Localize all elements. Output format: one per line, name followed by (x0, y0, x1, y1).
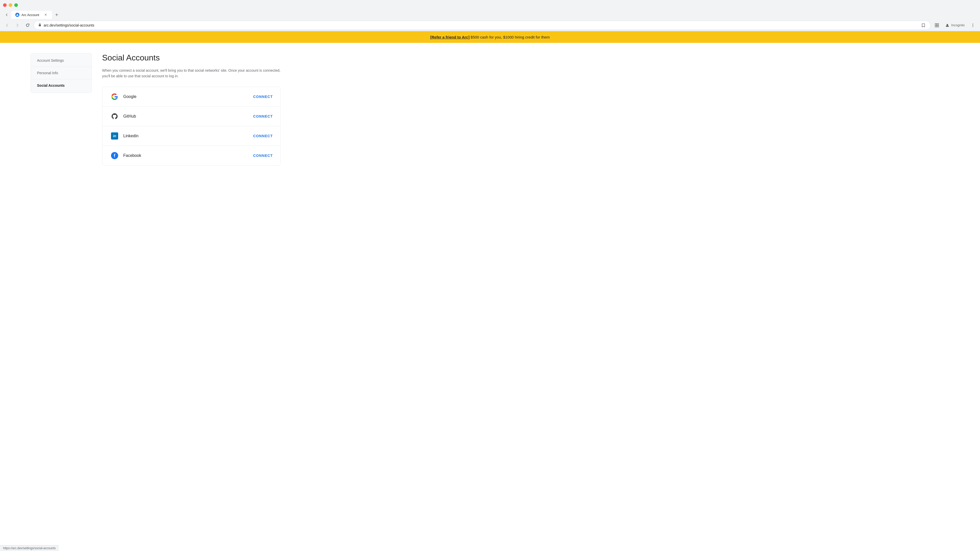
page-title: Social Accounts (102, 53, 281, 62)
github-name: GitHub (123, 114, 253, 119)
svg-rect-0 (39, 24, 41, 26)
facebook-icon (110, 151, 119, 160)
incognito-label: Incognito (951, 23, 965, 27)
tab-bar: Arc Account ✕ + (0, 10, 980, 19)
window-minimize-button[interactable] (9, 3, 12, 7)
toolbar-right: Incognito (933, 21, 977, 29)
window-maximize-button[interactable] (14, 3, 18, 7)
social-accounts-list: Google CONNECT GitHub CONNECT in Linkedi… (102, 87, 281, 165)
status-url: https://arc.dev/settings/social-accounts (3, 546, 56, 550)
tab-close-button[interactable]: ✕ (43, 13, 48, 17)
sidebar: Account Settings Personal Info Social Ac… (30, 53, 92, 551)
github-connect-button[interactable]: CONNECT (253, 112, 273, 121)
referral-banner: [Refer a friend to Arc] $500 cash for yo… (0, 32, 980, 43)
banner-text: $500 cash for you, $1000 hiring credit f… (469, 35, 550, 39)
new-tab-button[interactable]: + (53, 11, 60, 18)
linkedin-connect-button[interactable]: CONNECT (253, 132, 273, 140)
github-account-item: GitHub CONNECT (102, 106, 280, 126)
tab-nav-prev[interactable] (3, 11, 10, 18)
sidebar-nav: Account Settings Personal Info Social Ac… (30, 53, 92, 93)
facebook-account-item: Facebook CONNECT (102, 146, 280, 165)
tab-favicon (15, 13, 19, 17)
google-icon (110, 92, 119, 101)
sidebar-divider (31, 67, 92, 67)
svg-rect-4 (937, 25, 939, 27)
browser-chrome: Arc Account ✕ + (0, 0, 980, 32)
address-input[interactable] (44, 23, 918, 27)
toolbar: Incognito (0, 19, 980, 31)
address-bar-container[interactable] (34, 21, 931, 30)
facebook-icon-bg (111, 152, 118, 159)
linkedin-icon: in (110, 131, 119, 141)
status-bar: https://arc.dev/settings/social-accounts (0, 545, 59, 551)
bookmark-button[interactable] (920, 22, 926, 28)
active-tab[interactable]: Arc Account ✕ (11, 11, 52, 19)
linkedin-account-item: in Linkedin CONNECT (102, 126, 280, 146)
referral-link[interactable]: [Refer a friend to Arc] (430, 35, 469, 39)
forward-button[interactable] (13, 21, 21, 29)
extensions-button[interactable] (933, 21, 941, 29)
google-account-item: Google CONNECT (102, 87, 280, 106)
page-description: When you connect a social account, we'll… (102, 68, 281, 79)
reload-button[interactable] (24, 21, 32, 29)
sidebar-item-account-settings[interactable]: Account Settings (31, 56, 92, 65)
svg-point-7 (973, 25, 974, 25)
sidebar-item-social-accounts[interactable]: Social Accounts (31, 80, 92, 91)
google-name: Google (123, 94, 253, 99)
svg-rect-1 (935, 24, 937, 25)
google-connect-button[interactable]: CONNECT (253, 93, 273, 101)
linkedin-name: Linkedin (123, 134, 253, 138)
incognito-button[interactable]: Incognito (942, 22, 968, 29)
sidebar-item-personal-info[interactable]: Personal Info (31, 68, 92, 78)
tab-title: Arc Account (21, 13, 41, 17)
menu-button[interactable] (969, 21, 977, 29)
lock-icon (38, 23, 41, 27)
window-close-button[interactable] (3, 3, 6, 7)
sidebar-divider-2 (31, 79, 92, 79)
facebook-name: Facebook (123, 153, 253, 158)
content-area: Social Accounts When you connect a socia… (92, 53, 291, 551)
github-icon (110, 112, 119, 121)
svg-rect-2 (937, 24, 939, 25)
window-controls (3, 3, 18, 7)
back-button[interactable] (3, 21, 11, 29)
linkedin-icon-bg: in (111, 132, 118, 140)
svg-point-6 (973, 24, 974, 24)
svg-point-8 (973, 26, 974, 27)
title-bar (0, 0, 980, 10)
facebook-connect-button[interactable]: CONNECT (253, 151, 273, 160)
svg-rect-3 (935, 25, 937, 27)
main-layout: Account Settings Personal Info Social Ac… (0, 43, 980, 551)
